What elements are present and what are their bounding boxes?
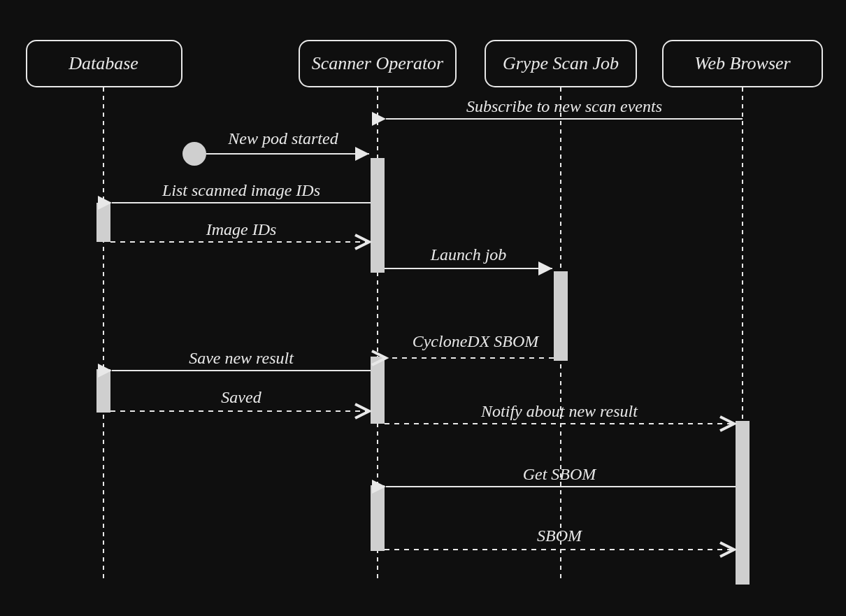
message-new-pod: New pod started	[227, 129, 338, 148]
activation-grype-1	[554, 271, 568, 361]
message-subscribe: Subscribe to new scan events	[466, 97, 662, 115]
activation-database-1	[96, 203, 110, 242]
activation-browser-1	[736, 421, 750, 585]
participant-grype: Grype Scan Job	[485, 41, 636, 87]
participant-label-scanner: Scanner Operator	[312, 53, 444, 73]
message-get-sbom: Get SBOM	[523, 465, 598, 483]
participant-browser: Web Browser	[663, 41, 822, 87]
message-image-ids: Image IDs	[206, 220, 277, 238]
message-list-ids: List scanned image IDs	[162, 181, 320, 199]
message-sbom: SBOM	[537, 527, 583, 545]
participant-database: Database	[27, 41, 182, 87]
activation-scanner-3	[371, 485, 385, 551]
activation-scanner-1	[371, 158, 385, 273]
message-save-result: Save new result	[189, 349, 294, 367]
activation-scanner-2	[371, 357, 385, 424]
message-cyclonedx: CycloneDX SBOM	[413, 332, 540, 350]
event-dot-icon	[182, 142, 206, 166]
activation-database-2	[96, 369, 110, 413]
message-notify: Notify about new result	[480, 402, 638, 420]
message-saved: Saved	[221, 388, 261, 406]
participant-scanner: Scanner Operator	[299, 41, 456, 87]
sequence-diagram: Database Scanner Operator Grype Scan Job…	[0, 0, 846, 616]
participant-label-browser: Web Browser	[694, 53, 791, 73]
participant-label-grype: Grype Scan Job	[503, 53, 619, 73]
participant-label-database: Database	[68, 53, 138, 73]
message-launch-job: Launch job	[430, 245, 507, 264]
